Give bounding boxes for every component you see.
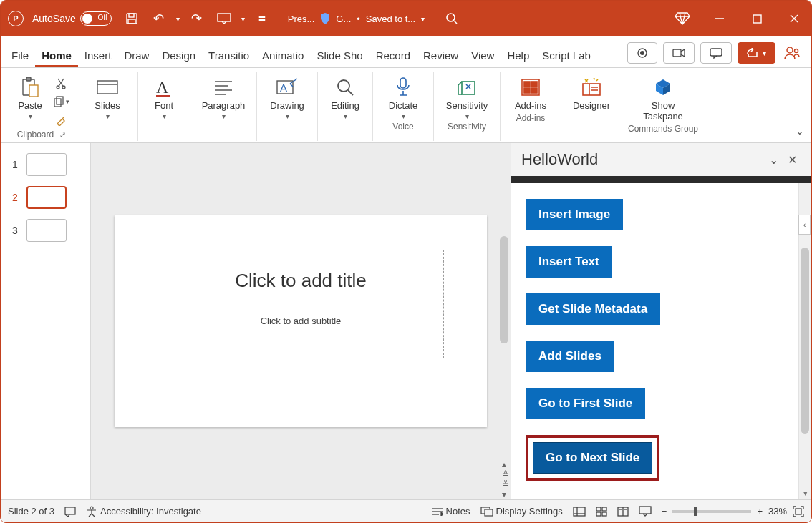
font-button[interactable]: A Font▾: [144, 72, 184, 120]
taskpane-title: HelloWorld: [521, 150, 598, 169]
slideshow-view-icon[interactable]: [639, 506, 652, 517]
svg-rect-31: [400, 78, 406, 88]
editing-button[interactable]: Editing▾: [324, 72, 367, 120]
svg-rect-20: [97, 81, 117, 94]
search-icon[interactable]: [442, 9, 462, 29]
slide-editor: Click to add title Click to add subtitle…: [91, 143, 511, 499]
title-placeholder[interactable]: Click to add title: [158, 250, 443, 311]
next-slide-dbl-icon[interactable]: ≚: [502, 479, 509, 489]
thumbnail-3[interactable]: 3: [1, 216, 90, 249]
slide-counter[interactable]: Slide 2 of 3: [8, 506, 54, 517]
tab-insert[interactable]: Insert: [78, 42, 118, 67]
tab-file[interactable]: File: [5, 42, 35, 67]
accessibility-button[interactable]: Accessibility: Investigate: [86, 506, 201, 517]
thumbnail-2[interactable]: 2: [1, 183, 90, 216]
dictate-button[interactable]: Dictate▾: [379, 72, 427, 120]
undo-more-caret[interactable]: ▾: [176, 15, 180, 23]
present-icon[interactable]: [214, 9, 234, 29]
minimize-button[interactable]: [710, 9, 730, 29]
reading-view-icon[interactable]: [617, 507, 629, 517]
svg-rect-10: [710, 49, 722, 56]
tab-animations[interactable]: Animatio: [256, 42, 310, 67]
taskpane-close-icon[interactable]: ✕: [783, 153, 801, 167]
tab-design[interactable]: Design: [155, 42, 202, 67]
taskpane: HelloWorld ⌄ ✕ Insert Image Insert Text …: [511, 143, 811, 499]
prev-slide-dbl-icon[interactable]: ≙: [502, 469, 509, 479]
tab-draw[interactable]: Draw: [117, 42, 155, 67]
share-button[interactable]: ▾: [738, 42, 775, 64]
taskpane-dropdown-icon[interactable]: ⌄: [764, 153, 783, 167]
ribbon-collapse-icon[interactable]: ⌄: [796, 125, 804, 137]
record-button[interactable]: [627, 42, 657, 64]
save-status-caret[interactable]: ▾: [421, 15, 425, 23]
teams-button[interactable]: [663, 42, 695, 64]
qat-customize-icon[interactable]: 〓: [252, 9, 272, 29]
zoom-in-icon[interactable]: +: [757, 506, 763, 517]
cut-icon[interactable]: [51, 75, 71, 91]
present-more-caret[interactable]: ▾: [241, 15, 245, 23]
autosave-toggle[interactable]: AutoSave Off: [32, 11, 112, 26]
notes-button[interactable]: Notes: [432, 506, 470, 517]
comments-button[interactable]: [700, 42, 732, 64]
sorter-view-icon[interactable]: [596, 507, 607, 517]
tab-slideshow[interactable]: Slide Sho: [310, 42, 369, 67]
normal-view-icon[interactable]: [573, 507, 586, 517]
slide-canvas[interactable]: Click to add title Click to add subtitle: [115, 215, 487, 427]
paragraph-button[interactable]: Paragraph▾: [196, 72, 251, 120]
subtitle-placeholder[interactable]: Click to add subtitle: [158, 311, 443, 358]
account-icon[interactable]: [781, 46, 803, 60]
slides-button[interactable]: Slides▾: [83, 72, 132, 120]
file-name[interactable]: Pres...: [288, 14, 315, 24]
go-to-next-slide-button[interactable]: Go to Next Slide: [533, 442, 652, 474]
taskpane-scrollbar[interactable]: ‹ ▾: [798, 183, 811, 499]
tab-record[interactable]: Record: [369, 42, 417, 67]
svg-rect-14: [26, 77, 31, 81]
save-icon[interactable]: [122, 9, 142, 29]
svg-text:A: A: [156, 78, 169, 97]
get-slide-metadata-button[interactable]: Get Slide Metadata: [526, 293, 660, 325]
go-to-first-slide-button[interactable]: Go to First Slide: [526, 388, 645, 419]
zoom-slider[interactable]: [672, 510, 751, 513]
svg-rect-32: [462, 82, 475, 94]
svg-rect-35: [531, 82, 537, 87]
next-slide-icon[interactable]: ▾: [502, 489, 509, 499]
taskpane-expand-tab[interactable]: ‹: [798, 215, 811, 235]
zoom-out-icon[interactable]: −: [662, 506, 667, 517]
language-icon[interactable]: [64, 507, 76, 517]
copy-icon[interactable]: ▾: [51, 94, 71, 109]
redo-icon[interactable]: ↷: [187, 9, 207, 29]
tab-transitions[interactable]: Transitio: [202, 42, 256, 67]
insert-text-button[interactable]: Insert Text: [526, 246, 612, 278]
zoom-percent[interactable]: 33%: [768, 506, 787, 517]
svg-text:A: A: [280, 82, 287, 94]
tab-help[interactable]: Help: [501, 42, 536, 67]
insert-image-button[interactable]: Insert Image: [526, 199, 623, 230]
svg-rect-23: [156, 95, 170, 97]
sensitivity-button[interactable]: Sensitivity▾: [440, 72, 494, 120]
undo-icon[interactable]: ↶: [149, 9, 169, 29]
tab-scriptlab[interactable]: Script Lab: [536, 42, 597, 67]
fit-to-window-icon[interactable]: [793, 506, 804, 517]
tab-view[interactable]: View: [465, 42, 501, 67]
tab-review[interactable]: Review: [417, 42, 465, 67]
maximize-button[interactable]: [747, 9, 767, 29]
svg-rect-50: [596, 507, 601, 511]
thumbnail-1[interactable]: 1: [1, 150, 90, 183]
editor-scrollbar[interactable]: [500, 236, 508, 343]
tab-home[interactable]: Home: [35, 42, 78, 67]
add-slides-button[interactable]: Add Slides: [526, 341, 614, 372]
drawing-button[interactable]: A Drawing▾: [263, 72, 311, 120]
clipboard-launcher-icon[interactable]: ⤢: [59, 130, 66, 139]
workspace: 1 2 3 Click to add title Click to add su…: [1, 143, 811, 499]
close-button[interactable]: [784, 9, 804, 29]
paste-button[interactable]: Paste▾: [12, 72, 48, 120]
ribbon-body: Paste▾ ▾ Clipboard⤢ Slides▾ A Font▾: [1, 68, 811, 143]
addins-button[interactable]: Add-ins: [506, 72, 555, 112]
display-settings-button[interactable]: Display Settings: [480, 506, 563, 517]
premium-diamond-icon[interactable]: [672, 9, 692, 29]
svg-rect-2: [128, 19, 135, 24]
format-painter-icon[interactable]: [51, 112, 71, 128]
designer-button[interactable]: Designer: [567, 72, 616, 112]
prev-slide-icon[interactable]: ▴: [502, 459, 509, 469]
show-taskpane-button[interactable]: Show Taskpane: [634, 72, 692, 122]
